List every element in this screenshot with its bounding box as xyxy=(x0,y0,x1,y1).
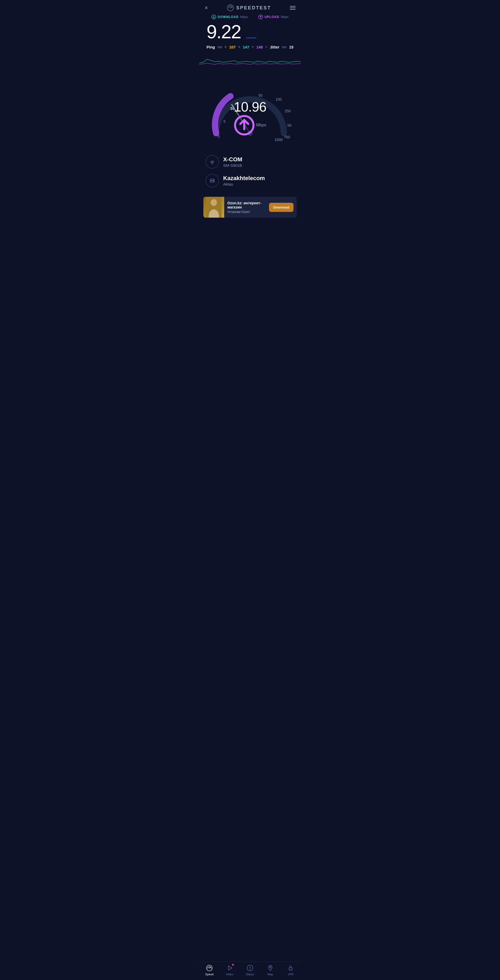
gauge-speed-value: 10.96 xyxy=(233,100,266,114)
download-label: DOWNLOAD xyxy=(218,15,238,19)
jitter-label: Jitter xyxy=(270,45,279,49)
app-header: × SPEEDTEST xyxy=(199,0,301,14)
upload-label: UPLOAD xyxy=(265,15,279,19)
jitter-icon xyxy=(265,45,267,49)
ping-label: Ping xyxy=(206,45,215,49)
svg-point-26 xyxy=(214,181,214,182)
svg-rect-29 xyxy=(206,197,222,218)
download-unit: Mbps xyxy=(240,15,248,19)
jitter-unit: ms xyxy=(282,45,286,49)
menu-line-3 xyxy=(290,9,295,10)
ping-gold-icon: S xyxy=(225,45,227,49)
svg-text:1000: 1000 xyxy=(275,138,283,142)
speed-graph xyxy=(199,51,301,67)
menu-line-1 xyxy=(290,6,295,6)
gauge-unit: Mbps xyxy=(256,123,266,127)
isp-name: Kazakhtelecom xyxy=(223,175,265,182)
ad-banner[interactable]: Ozon.kz: интернет-магазин Установи Ozon!… xyxy=(203,197,297,218)
svg-text:5: 5 xyxy=(224,119,225,124)
app-title: SPEEDTEST xyxy=(236,5,271,11)
gauge-upload-icon xyxy=(233,115,255,136)
ad-download-button[interactable]: Download xyxy=(269,203,294,212)
svg-text:500: 500 xyxy=(287,123,292,127)
isp-server-icon xyxy=(209,177,216,184)
ad-image xyxy=(203,197,224,218)
download-label-item: DOWNLOAD Mbps xyxy=(211,14,248,19)
isp-location: Aktau xyxy=(223,182,265,186)
ad-title: Ozon.kz: интернет-магазин xyxy=(227,201,266,209)
ad-subtitle: Установи Ozon! xyxy=(227,210,266,214)
current-download-speed: 9.22 xyxy=(206,22,241,41)
device-info: X-COM SM-S901B xyxy=(223,156,242,167)
main-speed-display: 9.22 xyxy=(199,20,301,43)
gauge-unit-row: Mbps xyxy=(233,115,266,136)
svg-point-22 xyxy=(212,163,213,164)
close-button[interactable]: × xyxy=(205,4,208,11)
gauge-container: 0 5 10 50 100 250 500 750 1000 xyxy=(208,73,292,146)
svg-text:0: 0 xyxy=(218,135,220,138)
ping-download-value: 147 xyxy=(243,45,249,49)
ping-unit: ms xyxy=(218,45,222,49)
isp-item: Kazakhtelecom Aktau xyxy=(205,174,295,188)
header-title: SPEEDTEST xyxy=(227,4,271,11)
ping-download-icon xyxy=(238,45,240,49)
menu-line-2 xyxy=(290,8,295,8)
ping-gold-value: 107 xyxy=(229,45,236,49)
gauge-value-display: 10.96 Mbps xyxy=(233,100,266,136)
svg-point-25 xyxy=(214,180,214,180)
svg-text:750: 750 xyxy=(284,135,290,139)
gauge-section: 0 5 10 50 100 250 500 750 1000 xyxy=(199,68,301,149)
svg-text:50: 50 xyxy=(258,93,262,97)
ad-person-image xyxy=(206,197,222,218)
isp-info: Kazakhtelecom Aktau xyxy=(223,175,265,186)
wifi-icon xyxy=(209,158,216,165)
device-item: X-COM SM-S901B xyxy=(205,155,295,169)
ping-row: Ping ms S 107 147 148 Jitter ms 15 xyxy=(199,43,301,51)
speed-labels-row: DOWNLOAD Mbps UPLOAD Mbps xyxy=(199,14,301,20)
device-model: SM-S901B xyxy=(223,163,242,168)
speed-separator xyxy=(246,38,257,38)
svg-text:S: S xyxy=(225,47,226,48)
menu-button[interactable] xyxy=(290,6,295,10)
jitter-value: 15 xyxy=(289,45,294,49)
download-arrow-icon xyxy=(211,14,216,19)
svg-text:100: 100 xyxy=(276,97,282,102)
speedtest-logo-icon xyxy=(227,4,234,11)
ad-content: Ozon.kz: интернет-магазин Установи Ozon! xyxy=(224,199,269,216)
upload-unit: Mbps xyxy=(281,15,288,19)
device-name: X-COM xyxy=(223,156,242,163)
ping-upload-icon xyxy=(252,45,254,49)
upload-arrow-icon xyxy=(258,14,263,19)
svg-point-2 xyxy=(230,8,231,8)
ping-upload-value: 148 xyxy=(256,45,263,49)
isp-section: X-COM SM-S901B Kazakhtelecom Aktau xyxy=(199,149,301,195)
isp-icon-circle xyxy=(205,174,219,188)
svg-text:250: 250 xyxy=(285,109,291,113)
upload-label-item: UPLOAD Mbps xyxy=(258,14,289,19)
device-icon-circle xyxy=(205,155,219,169)
